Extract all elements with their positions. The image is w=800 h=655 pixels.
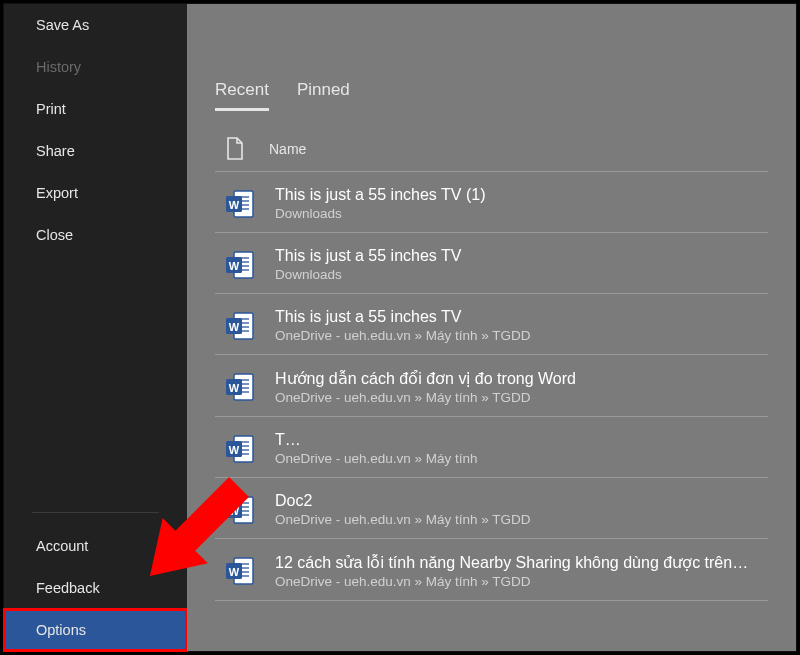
file-title: T… (275, 431, 758, 449)
svg-text:W: W (229, 320, 240, 332)
sidebar-divider (32, 512, 159, 513)
sidebar-item-label: Export (36, 185, 78, 201)
sidebar-item-account[interactable]: Account (4, 525, 187, 567)
sidebar-item-label: History (36, 59, 81, 75)
file-path: Downloads (275, 206, 758, 221)
file-path: OneDrive - ueh.edu.vn » Máy tính » TGDD (275, 328, 758, 343)
recent-files-list: W This is just a 55 inches TV (1) Downlo… (215, 172, 768, 601)
recent-pinned-tabs: Recent Pinned (215, 4, 768, 111)
word-doc-icon: W (225, 556, 255, 586)
word-doc-icon: W (225, 495, 255, 525)
file-path: OneDrive - ueh.edu.vn » Máy tính » TGDD (275, 390, 758, 405)
backstage-sidebar: Save As History Print Share Export Close… (4, 4, 187, 651)
sidebar-item-label: Share (36, 143, 75, 159)
sidebar-item-history: History (4, 46, 187, 88)
sidebar-item-print[interactable]: Print (4, 88, 187, 130)
svg-text:W: W (229, 259, 240, 271)
sidebar-item-label: Feedback (36, 580, 100, 596)
file-title: This is just a 55 inches TV (275, 308, 758, 326)
file-row[interactable]: W Doc2 OneDrive - ueh.edu.vn » Máy tính … (215, 478, 768, 539)
svg-text:W: W (229, 566, 240, 578)
svg-text:W: W (229, 382, 240, 394)
file-title: This is just a 55 inches TV (1) (275, 186, 758, 204)
file-row[interactable]: W This is just a 55 inches TV (1) Downlo… (215, 172, 768, 233)
file-path: OneDrive - ueh.edu.vn » Máy tính » TGDD (275, 574, 758, 589)
file-path: Downloads (275, 267, 758, 282)
tab-recent[interactable]: Recent (215, 80, 269, 111)
file-list-header[interactable]: Name (215, 131, 768, 172)
sidebar-item-label: Print (36, 101, 66, 117)
svg-text:W: W (229, 443, 240, 455)
file-row[interactable]: W 12 cách sửa lỗi tính năng Nearby Shari… (215, 539, 768, 601)
sidebar-item-label: Options (36, 622, 86, 638)
main-panel: Recent Pinned Name W This (187, 4, 796, 651)
file-row[interactable]: W T… OneDrive - ueh.edu.vn » Máy tính (215, 417, 768, 478)
file-title: 12 cách sửa lỗi tính năng Nearby Sharing… (275, 553, 758, 572)
word-doc-icon: W (225, 250, 255, 280)
sidebar-item-feedback[interactable]: Feedback (4, 567, 187, 609)
word-doc-icon: W (225, 311, 255, 341)
file-title: This is just a 55 inches TV (275, 247, 758, 265)
svg-text:W: W (229, 504, 240, 516)
document-generic-icon (225, 137, 245, 161)
file-title: Hướng dẫn cách đổi đơn vị đo trong Word (275, 369, 758, 388)
word-doc-icon: W (225, 372, 255, 402)
word-doc-icon: W (225, 189, 255, 219)
sidebar-item-label: Account (36, 538, 88, 554)
sidebar-top-group: Save As History Print Share Export Close (4, 4, 187, 256)
sidebar-item-save-as[interactable]: Save As (4, 4, 187, 46)
sidebar-item-label: Save As (36, 17, 89, 33)
sidebar-item-export[interactable]: Export (4, 172, 187, 214)
file-row[interactable]: W This is just a 55 inches TV OneDrive -… (215, 294, 768, 355)
file-title: Doc2 (275, 492, 758, 510)
file-row[interactable]: W Hướng dẫn cách đổi đơn vị đo trong Wor… (215, 355, 768, 417)
tab-pinned[interactable]: Pinned (297, 80, 350, 111)
sidebar-bottom-group: Account Feedback Options (4, 521, 187, 651)
file-row[interactable]: W This is just a 55 inches TV Downloads (215, 233, 768, 294)
sidebar-item-close[interactable]: Close (4, 214, 187, 256)
sidebar-item-share[interactable]: Share (4, 130, 187, 172)
sidebar-item-label: Close (36, 227, 73, 243)
word-doc-icon: W (225, 434, 255, 464)
file-path: OneDrive - ueh.edu.vn » Máy tính (275, 451, 758, 466)
file-path: OneDrive - ueh.edu.vn » Máy tính » TGDD (275, 512, 758, 527)
sidebar-item-options[interactable]: Options (4, 609, 187, 651)
column-name-label: Name (269, 141, 306, 157)
svg-text:W: W (229, 198, 240, 210)
